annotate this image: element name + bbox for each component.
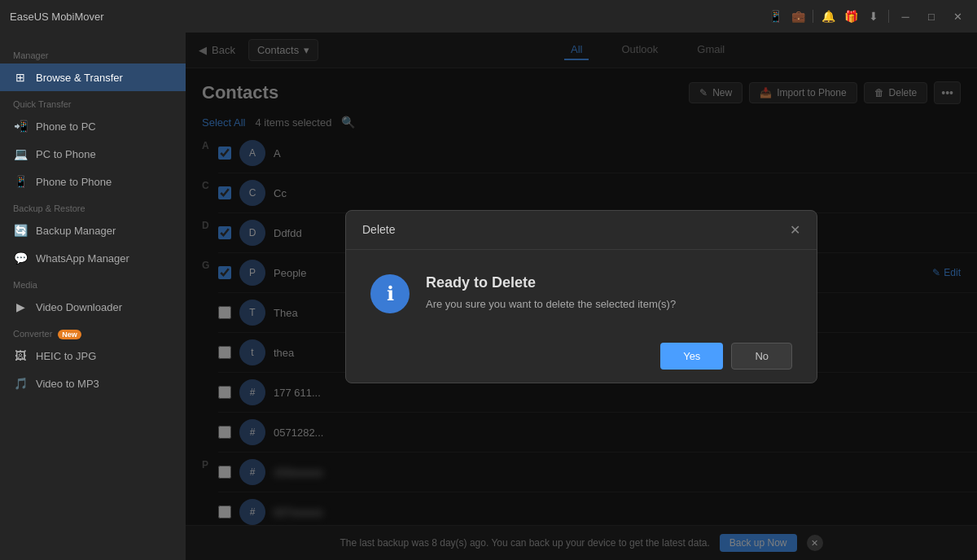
heic-icon: 🖼 bbox=[13, 348, 28, 363]
no-button[interactable]: No bbox=[731, 343, 792, 370]
titlebar: EaseUS MobiMover 📱 💼 🔔 🎁 ⬇ ─ □ ✕ bbox=[0, 0, 977, 33]
yes-button[interactable]: Yes bbox=[660, 343, 723, 370]
bell-icon[interactable]: 🔔 bbox=[820, 8, 836, 24]
video-downloader-label: Video Downloader bbox=[36, 301, 122, 313]
app-title: EaseUS MobiMover bbox=[10, 11, 104, 23]
manager-section-label: Manager bbox=[0, 42, 186, 63]
titlebar-separator-2 bbox=[888, 10, 889, 23]
browse-transfer-icon: ⊞ bbox=[13, 70, 28, 85]
backup-icon: 🔄 bbox=[13, 223, 28, 238]
audio-icon: 🎵 bbox=[13, 376, 28, 391]
sidebar: Manager ⊞ Browse & Transfer Quick Transf… bbox=[0, 33, 186, 560]
modal-close-button[interactable]: ✕ bbox=[790, 222, 800, 238]
maximize-button[interactable]: □ bbox=[922, 7, 941, 26]
delete-modal: Delete ✕ ℹ Ready to Delete Are you sure … bbox=[345, 210, 817, 383]
sidebar-item-video-to-mp3[interactable]: 🎵 Video to MP3 bbox=[0, 370, 186, 397]
minimize-button[interactable]: ─ bbox=[896, 7, 915, 26]
modal-header: Delete ✕ bbox=[346, 211, 817, 250]
gift-icon[interactable]: 🎁 bbox=[843, 8, 859, 24]
backup-restore-section-label: Backup & Restore bbox=[0, 195, 186, 217]
sidebar-item-pc-to-phone[interactable]: 💻 PC to Phone bbox=[0, 140, 186, 168]
sidebar-item-whatsapp-manager[interactable]: 💬 WhatsApp Manager bbox=[0, 244, 186, 272]
pc-phone-icon: 💻 bbox=[13, 147, 28, 161]
phone-phone-icon: 📱 bbox=[13, 174, 28, 189]
browse-transfer-label: Browse & Transfer bbox=[36, 72, 123, 84]
sidebar-item-heic-to-jpg[interactable]: 🖼 HEIC to JPG bbox=[0, 342, 186, 370]
pc-to-phone-label: PC to Phone bbox=[36, 148, 96, 160]
modal-body: ℹ Ready to Delete Are you sure you want … bbox=[346, 250, 817, 330]
download-icon[interactable]: ⬇ bbox=[865, 8, 882, 24]
modal-overlay[interactable]: Delete ✕ ℹ Ready to Delete Are you sure … bbox=[186, 33, 977, 560]
wallet-icon[interactable]: 💼 bbox=[790, 8, 806, 24]
content-area: ◀ Back Contacts ▾ All Outlook Gmail Cont… bbox=[186, 33, 977, 560]
device-icon[interactable]: 📱 bbox=[767, 8, 783, 24]
sidebar-item-browse-transfer[interactable]: ⊞ Browse & Transfer bbox=[0, 63, 186, 91]
sidebar-item-phone-to-phone[interactable]: 📱 Phone to Phone bbox=[0, 168, 186, 195]
whatsapp-icon: 💬 bbox=[13, 251, 28, 265]
video-download-icon: ▶ bbox=[13, 300, 28, 314]
sidebar-item-video-downloader[interactable]: ▶ Video Downloader bbox=[0, 293, 186, 321]
phone-to-phone-label: Phone to Phone bbox=[36, 176, 112, 188]
modal-content: Ready to Delete Are you sure you want to… bbox=[426, 274, 792, 310]
video-to-mp3-label: Video to MP3 bbox=[36, 378, 99, 390]
converter-new-badge: New bbox=[58, 330, 81, 339]
app-body: Manager ⊞ Browse & Transfer Quick Transf… bbox=[0, 33, 977, 560]
modal-footer: Yes No bbox=[346, 330, 817, 383]
titlebar-controls: 📱 💼 🔔 🎁 ⬇ ─ □ ✕ bbox=[767, 7, 967, 26]
quick-transfer-section-label: Quick Transfer bbox=[0, 91, 186, 112]
backup-manager-label: Backup Manager bbox=[36, 225, 116, 237]
phone-to-pc-label: Phone to PC bbox=[36, 120, 96, 133]
modal-heading: Ready to Delete bbox=[426, 274, 792, 291]
modal-message: Are you sure you want to delete the sele… bbox=[426, 298, 792, 310]
heic-to-jpg-label: HEIC to JPG bbox=[36, 350, 96, 362]
titlebar-separator bbox=[813, 10, 813, 23]
sidebar-item-backup-manager[interactable]: 🔄 Backup Manager bbox=[0, 217, 186, 244]
info-icon: ℹ bbox=[370, 274, 410, 313]
modal-title: Delete bbox=[362, 223, 395, 236]
whatsapp-manager-label: WhatsApp Manager bbox=[36, 252, 129, 265]
phone-pc-icon: 📲 bbox=[13, 119, 28, 133]
sidebar-item-phone-to-pc[interactable]: 📲 Phone to PC bbox=[0, 112, 186, 140]
close-button[interactable]: ✕ bbox=[948, 7, 967, 26]
media-section-label: Media bbox=[0, 272, 186, 293]
converter-section-label: Converter New bbox=[0, 321, 186, 342]
